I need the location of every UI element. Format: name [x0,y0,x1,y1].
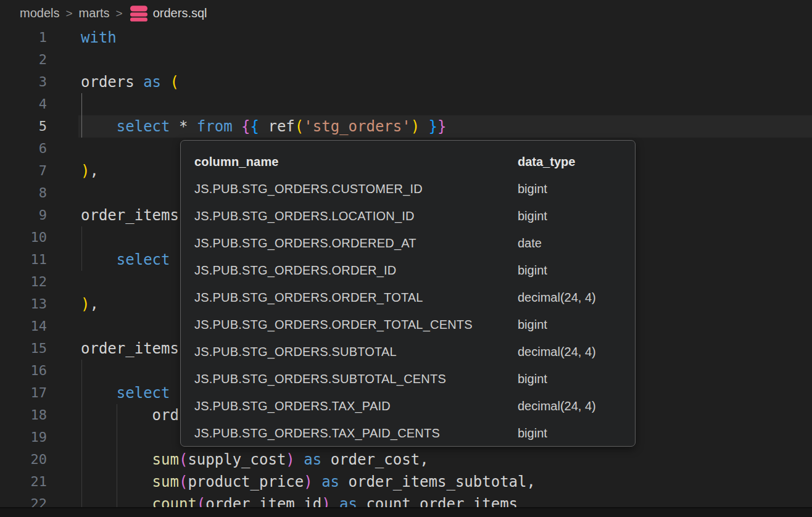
code-token: ( [170,73,179,91]
line-number[interactable]: 13 [0,293,47,315]
data-type-cell: bigint [518,365,547,392]
code-token: ) [304,473,312,490]
code-token: ( [179,451,188,468]
code-line[interactable]: 5 select * from {{ ref('stg_orders') }} [0,115,812,138]
code-token: ref [268,118,294,135]
code-text: ord [81,404,179,426]
code-token: ) [411,118,420,135]
code-text: with [81,27,117,49]
code-token: ord [152,407,179,424]
code-token: select [117,118,170,135]
breadcrumb-item-models[interactable]: models [20,6,59,20]
column-table-row: JS.PUB.STG_ORDERS.SUBTOTAL_CENTSbigint [181,365,635,392]
line-number[interactable]: 1 [0,27,47,49]
data-type-cell: decimal(24, 4) [518,338,596,365]
code-token: ) [81,296,89,313]
line-number[interactable]: 20 [0,449,47,471]
code-token: with [81,29,117,46]
code-token: select [117,251,170,268]
code-token: as [304,451,321,468]
line-number[interactable]: 19 [0,426,47,449]
line-number[interactable]: 12 [0,271,47,293]
line-number[interactable]: 2 [0,49,47,71]
code-line[interactable]: 3orders as ( [0,71,812,93]
line-number[interactable]: 5 [0,115,47,138]
data-type-cell: bigint [518,311,547,338]
code-token: ( [295,118,304,135]
column-table-row: JS.PUB.STG_ORDERS.ORDER_TOTALdecimal(24,… [181,284,635,311]
line-number[interactable]: 4 [0,93,47,115]
code-text: select [81,249,170,271]
column-name-cell: JS.PUB.STG_ORDERS.TAX_PAID [194,392,391,420]
column-table-row: JS.PUB.STG_ORDERS.SUBTOTALdecimal(24, 4) [181,338,635,365]
code-token [81,384,117,402]
indent-guide [81,360,82,382]
code-token: ) [286,451,294,468]
code-token [135,73,143,91]
code-token [81,118,117,135]
data-type-cell: bigint [518,420,547,447]
column-name-cell: JS.PUB.STG_ORDERS.SUBTOTAL_CENTS [194,365,446,392]
code-text: ), [81,293,99,315]
code-token: orders [81,73,135,91]
code-token [81,407,152,424]
line-number[interactable]: 16 [0,360,47,382]
code-token: , [89,296,98,313]
line-number[interactable]: 9 [0,204,47,226]
column-name-cell: JS.PUB.STG_ORDERS.CUSTOMER_ID [194,175,423,202]
column-name-cell: JS.PUB.STG_ORDERS.ORDER_TOTAL [194,284,423,311]
line-number[interactable]: 6 [0,138,47,160]
breadcrumb-file[interactable]: orders.sql [130,6,207,22]
code-token [170,118,179,135]
line-number[interactable]: 11 [0,249,47,271]
code-token: order_items [81,207,179,224]
code-line[interactable]: 1with [0,27,812,49]
code-token [259,118,268,135]
code-token: as [143,73,161,91]
column-name-header: column_name [194,148,279,175]
code-token [313,473,321,490]
code-token: as [321,473,339,490]
code-token [233,118,241,135]
column-table-row: JS.PUB.STG_ORDERS.ORDER_TOTAL_CENTSbigin… [181,311,635,338]
code-token: product_price [188,473,304,490]
code-token: sum [152,473,179,490]
code-token [420,118,428,135]
code-token: order_items [81,340,179,357]
database-icon [130,6,147,22]
line-number[interactable]: 15 [0,337,47,360]
bottom-edge [0,507,812,517]
line-number[interactable]: 3 [0,71,47,93]
line-number[interactable]: 21 [0,471,47,493]
line-number[interactable]: 10 [0,226,47,249]
code-token: select [117,384,170,402]
line-number[interactable]: 7 [0,160,47,182]
code-text: order_items [81,337,179,360]
code-text: sum(supply_cost) as order_cost, [81,449,429,471]
code-token: , [527,473,536,490]
line-number[interactable]: 14 [0,315,47,337]
code-line[interactable]: 2 [0,49,812,71]
code-token [161,73,170,91]
code-token [81,251,117,268]
column-name-cell: JS.PUB.STG_ORDERS.SUBTOTAL [194,338,397,365]
line-number[interactable]: 8 [0,182,47,204]
code-token: { [241,118,250,135]
column-table-row: JS.PUB.STG_ORDERS.TAX_PAID_CENTSbigint [181,420,635,447]
code-token [295,451,304,468]
column-table-row: JS.PUB.STG_ORDERS.CUSTOMER_IDbigint [181,175,635,202]
code-line[interactable]: 4 [0,93,812,115]
code-token [81,473,152,490]
breadcrumb-separator: > [116,7,123,20]
column-table-row: JS.PUB.STG_ORDERS.TAX_PAIDdecimal(24, 4) [181,392,635,420]
line-number[interactable]: 17 [0,382,47,404]
indent-guide [81,426,82,449]
breadcrumb-item-marts[interactable]: marts [79,6,110,20]
code-line[interactable]: 21 sum(product_price) as order_items_sub… [0,471,812,493]
code-text: orders as ( [81,71,179,93]
code-line[interactable]: 20 sum(supply_cost) as order_cost, [0,449,812,471]
code-token: ) [81,162,89,180]
breadcrumb-file-name: orders.sql [153,6,207,20]
line-number[interactable]: 18 [0,404,47,426]
code-token: from [197,118,233,135]
